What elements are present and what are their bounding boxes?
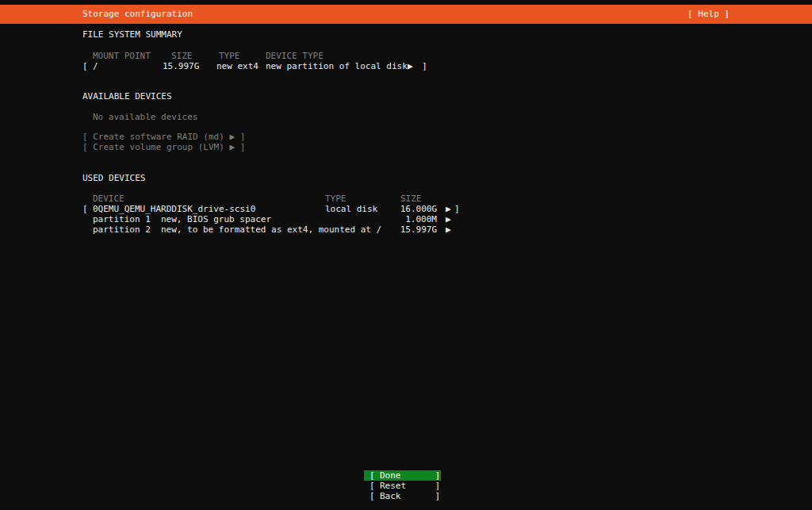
bracket-open: [: [82, 204, 88, 214]
expand-arrow-icon: ▶: [446, 214, 451, 224]
section-title: FILE SYSTEM SUMMARY: [82, 29, 182, 40]
col-device-type: DEVICE TYPE: [266, 51, 324, 61]
partition-size: 1.000M: [342, 214, 437, 224]
create-volume-group-button: [ Create volume group (LVM) ▶ ]: [0, 142, 812, 152]
col-device: DEVICE: [93, 194, 124, 204]
bracket-close: ]: [435, 470, 440, 481]
help-button[interactable]: [ Help ]: [688, 5, 730, 24]
expand-arrow-icon: ▶: [446, 204, 451, 214]
bracket-close: ]: [422, 61, 427, 71]
section-title: AVAILABLE DEVICES: [82, 91, 172, 102]
title-bar: Storage configuration [ Help ]: [0, 5, 812, 24]
available-devices-section-title: AVAILABLE DEVICES: [0, 91, 812, 102]
bracket-open: [: [82, 61, 88, 71]
bracket-open: [: [370, 491, 375, 501]
done-button[interactable]: [ Done ]: [364, 470, 441, 481]
fs-summary-table-header: MOUNT POINT SIZE TYPE DEVICE TYPE: [0, 51, 812, 61]
fs-summary-row[interactable]: [ / 15.997G new ext4 new partition of lo…: [0, 61, 812, 71]
section-title: USED DEVICES: [82, 173, 145, 183]
back-button-label: Back: [380, 491, 401, 501]
col-size: SIZE: [171, 51, 193, 61]
page-title: Storage configuration: [82, 5, 193, 24]
bracket-close: ]: [435, 491, 440, 501]
no-available-devices-message: No available devices: [0, 112, 812, 122]
used-device-disk-row[interactable]: [ 0QEMU_QEMU_HARDDISK_drive-scsi0 local …: [0, 204, 812, 214]
used-devices-section-title: USED DEVICES: [0, 173, 812, 183]
device-type-value: new partition of local disk: [266, 61, 408, 71]
partition-name: partition 2: [93, 224, 151, 235]
bracket-close: ]: [435, 481, 440, 491]
partition-row[interactable]: partition 1 new, BIOS grub spacer 1.000M…: [0, 214, 812, 224]
partition-size: 15.997G: [342, 224, 437, 235]
size-value: 15.997G: [163, 61, 199, 71]
bracket-close: ]: [454, 204, 460, 214]
disk-size: 16.000G: [342, 204, 437, 214]
fs-summary-section-title: FILE SYSTEM SUMMARY: [0, 29, 812, 40]
expand-arrow-icon: ▶: [446, 224, 451, 235]
used-devices-table-header: DEVICE TYPE SIZE: [0, 194, 812, 204]
col-type: TYPE: [325, 194, 347, 204]
reset-button[interactable]: [ Reset ]: [364, 481, 441, 491]
partition-description: new, BIOS grub spacer: [161, 214, 271, 224]
col-mount-point: MOUNT POINT: [93, 51, 151, 61]
disk-name: 0QEMU_QEMU_HARDDISK_drive-scsi0: [93, 204, 255, 214]
back-button[interactable]: [ Back ]: [364, 491, 441, 501]
mount-point-value: /: [93, 61, 98, 71]
partition-row[interactable]: partition 2 new, to be formatted as ext4…: [0, 224, 812, 235]
type-value: new ext4: [216, 61, 259, 71]
reset-button-label: Reset: [380, 481, 406, 491]
col-type: TYPE: [219, 51, 240, 61]
bracket-open: [: [370, 470, 375, 481]
done-button-label: Done: [380, 470, 401, 481]
col-size: SIZE: [400, 194, 422, 204]
partition-name: partition 1: [93, 214, 151, 224]
storage-configuration-screen: Storage configuration [ Help ] FILE SYST…: [0, 0, 812, 510]
expand-arrow-icon: ▶: [408, 61, 413, 71]
bracket-open: [: [370, 481, 375, 491]
create-software-raid-button: [ Create software RAID (md) ▶ ]: [0, 132, 812, 142]
